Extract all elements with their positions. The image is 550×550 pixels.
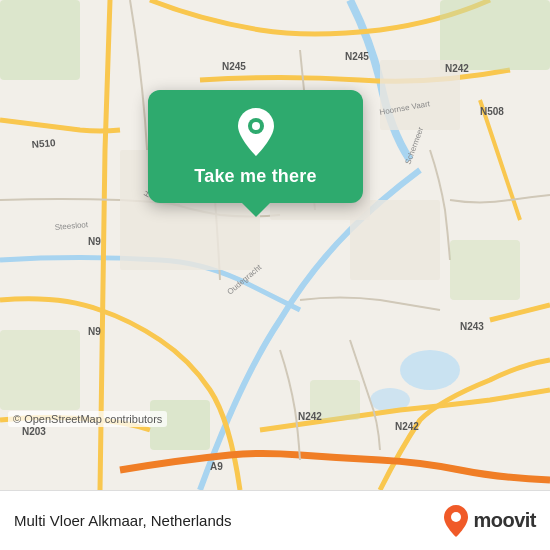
moovit-brand-text: moovit: [473, 509, 536, 532]
svg-text:N242: N242: [395, 421, 419, 432]
map-container: N510 N9 N9 N245 N245 N242 N508 N242 N242…: [0, 0, 550, 490]
moovit-pin-icon: [443, 504, 469, 538]
place-name: Multi Vloer Alkmaar, Netherlands: [14, 512, 232, 529]
moovit-logo: moovit: [443, 504, 536, 538]
svg-point-1: [400, 350, 460, 390]
bottom-bar: Multi Vloer Alkmaar, Netherlands moovit: [0, 490, 550, 550]
svg-rect-11: [350, 200, 440, 280]
svg-text:N508: N508: [480, 106, 504, 117]
take-me-there-button[interactable]: Take me there: [194, 166, 316, 187]
svg-point-31: [252, 122, 260, 130]
svg-text:N243: N243: [460, 321, 484, 332]
svg-text:A9: A9: [210, 461, 223, 472]
svg-text:N245: N245: [222, 61, 246, 72]
svg-text:N9: N9: [88, 236, 101, 247]
svg-rect-5: [0, 330, 80, 410]
svg-text:N203: N203: [22, 426, 46, 437]
svg-text:N9: N9: [88, 326, 101, 337]
svg-text:N242: N242: [298, 411, 322, 422]
svg-rect-4: [440, 0, 550, 70]
map-attribution: © OpenStreetMap contributors: [8, 411, 167, 427]
svg-text:N245: N245: [345, 51, 369, 62]
svg-rect-3: [0, 0, 80, 80]
popup-card[interactable]: Take me there: [148, 90, 363, 203]
svg-point-32: [451, 512, 461, 522]
svg-text:N510: N510: [31, 137, 56, 150]
location-icon-wrapper: [232, 108, 280, 156]
svg-rect-8: [450, 240, 520, 300]
svg-text:N242: N242: [445, 63, 469, 74]
location-pin-icon: [234, 106, 278, 158]
